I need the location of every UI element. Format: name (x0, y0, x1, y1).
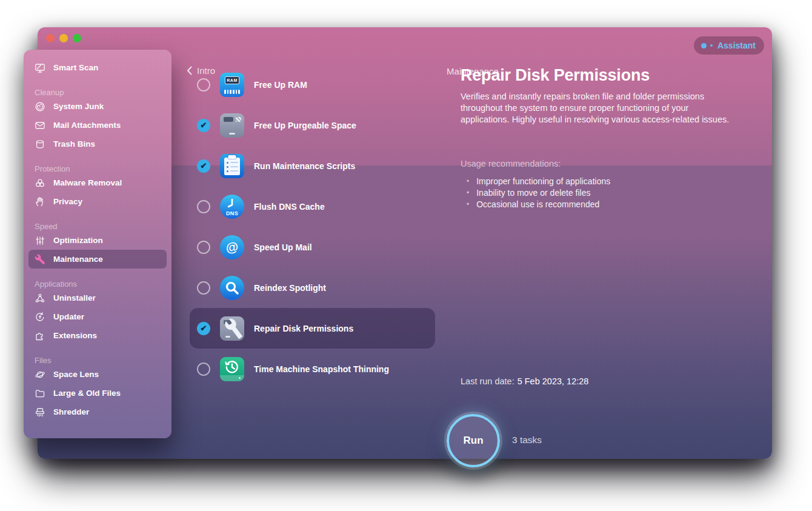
task-row-reindex-spotlight[interactable]: Reindex Spotlight (190, 267, 435, 308)
last-run-label: Last run date: (461, 376, 514, 386)
sidebar-item-label: Shredder (53, 407, 89, 416)
usage-recommendations-list: Improper functioning of applications Ina… (461, 176, 610, 210)
sidebar-item-label: Trash Bins (53, 139, 95, 149)
sidebar-item-label: Privacy (53, 197, 82, 206)
sidebar-section-applications: Applications (24, 275, 171, 289)
task-label: Repair Disk Permissions (254, 324, 353, 333)
assistant-button[interactable]: Assistant (694, 36, 764, 55)
monitor-icon (35, 62, 45, 73)
sidebar-item-label: Space Lens (53, 370, 99, 379)
detail-description: Verifies and instantly repairs broken fi… (461, 91, 734, 125)
tasks-count: 3 tasks (512, 435, 542, 446)
clipboard-icon (220, 154, 244, 178)
sidebar-item-optimization[interactable]: Optimization (28, 231, 167, 250)
task-list: RAM Free Up RAM Free Up Purgeable Space (190, 64, 435, 389)
hand-icon (35, 196, 45, 207)
sidebar-section-protection: Protection (24, 160, 171, 173)
close-window-button[interactable] (46, 34, 55, 42)
minimize-window-button[interactable] (59, 34, 68, 42)
ram-chip-icon: RAM (220, 73, 244, 97)
mail-speed-icon: @ (220, 235, 244, 259)
biohazard-icon (35, 178, 45, 189)
task-checkbox[interactable] (197, 159, 210, 173)
detail-title: Repair Disk Permissions (461, 66, 650, 85)
task-checkbox[interactable] (197, 241, 210, 254)
magnifier-icon (220, 276, 244, 300)
sidebar-item-label: Updater (53, 312, 84, 321)
refresh-icon (35, 312, 45, 322)
screen: Intro Maintenance Assistant RAM Free Up … (0, 0, 812, 511)
usage-recommendations-title: Usage recommendations: (461, 159, 561, 169)
task-row-run-maintenance-scripts[interactable]: Run Maintenance Scripts (190, 145, 435, 186)
window-controls (46, 34, 81, 42)
puzzle-icon (35, 330, 45, 341)
sidebar-item-label: Large & Old Files (53, 389, 121, 398)
task-label: Speed Up Mail (254, 242, 312, 252)
sidebar-item-system-junk[interactable]: System Junk (28, 97, 167, 116)
sidebar-item-large-old-files[interactable]: Large & Old Files (28, 384, 167, 402)
sidebar-item-updater[interactable]: Updater (28, 307, 167, 326)
task-row-free-up-purgeable-space[interactable]: Free Up Purgeable Space (190, 105, 435, 145)
task-label: Flush DNS Cache (254, 202, 325, 212)
task-label: Run Maintenance Scripts (254, 161, 355, 171)
sidebar-section-cleanup: Cleanup (24, 84, 171, 97)
wrench-icon (35, 254, 45, 265)
sidebar-item-shredder[interactable]: Shredder (28, 402, 167, 421)
sidebar-section-files: Files (24, 352, 171, 365)
last-run-value: 5 Feb 2023, 12:28 (517, 376, 589, 386)
sliders-icon (35, 235, 45, 246)
task-row-time-machine-snapshot-thinning[interactable]: Time Machine Snapshot Thinning (190, 349, 435, 389)
assistant-label: Assistant (717, 41, 756, 50)
zoom-window-button[interactable] (73, 34, 81, 42)
sidebar-item-label: Extensions (53, 331, 97, 340)
assistant-dot-icon (701, 43, 707, 48)
sidebar-item-label: Mail Attachments (53, 121, 121, 130)
usage-bullet: Occasional use is recommended (461, 199, 610, 210)
swirl-icon (35, 101, 45, 112)
sidebar-item-label: System Junk (53, 102, 104, 111)
envelope-icon (35, 120, 45, 131)
sidebar-item-label: Smart Scan (53, 63, 98, 72)
sidebar-section-speed: Speed (24, 218, 171, 231)
hard-drive-icon (220, 113, 244, 138)
planet-icon (35, 369, 45, 380)
run-button-label: Run (463, 435, 483, 447)
task-row-free-up-ram[interactable]: RAM Free Up RAM (190, 64, 435, 105)
molecule-icon (35, 293, 45, 304)
task-checkbox[interactable] (197, 78, 210, 92)
last-run-date: Last run date:5 Feb 2023, 12:28 (461, 376, 588, 386)
sidebar-item-smart-scan[interactable]: Smart Scan (28, 58, 167, 77)
shredder-icon (35, 407, 45, 418)
sidebar-item-privacy[interactable]: Privacy (28, 192, 167, 211)
task-row-flush-dns-cache[interactable]: DNS Flush DNS Cache (190, 186, 435, 227)
time-machine-icon (220, 357, 244, 381)
sidebar-item-space-lens[interactable]: Space Lens (28, 365, 167, 384)
dns-clock-icon: DNS (220, 195, 244, 219)
task-label: Reindex Spotlight (254, 283, 326, 293)
task-checkbox[interactable] (197, 200, 210, 213)
task-row-repair-disk-permissions[interactable]: Repair Disk Permissions (190, 308, 435, 349)
sidebar-item-label: Uninstaller (53, 293, 96, 302)
sidebar-item-maintenance[interactable]: Maintenance (28, 250, 167, 269)
sidebar-item-mail-attachments[interactable]: Mail Attachments (28, 116, 167, 135)
sidebar-item-uninstaller[interactable]: Uninstaller (28, 289, 167, 307)
disk-wrench-icon (220, 316, 244, 341)
task-label: Time Machine Snapshot Thinning (254, 364, 389, 374)
sidebar-item-extensions[interactable]: Extensions (28, 326, 167, 345)
assistant-small-dot-icon (710, 44, 713, 47)
task-checkbox[interactable] (197, 362, 210, 376)
usage-bullet: Inability to move or delete files (461, 187, 610, 199)
folder-icon (35, 388, 45, 399)
sidebar-item-trash-bins[interactable]: Trash Bins (28, 135, 167, 153)
sidebar-item-label: Malware Removal (53, 178, 122, 187)
task-checkbox[interactable] (197, 119, 210, 132)
run-button[interactable]: Run (447, 414, 500, 467)
task-row-speed-up-mail[interactable]: @ Speed Up Mail (190, 227, 435, 267)
task-label: Free Up RAM (254, 80, 307, 90)
task-checkbox[interactable] (197, 322, 210, 335)
trash-icon (35, 139, 45, 150)
usage-bullet: Improper functioning of applications (461, 176, 610, 187)
task-checkbox[interactable] (197, 281, 210, 295)
sidebar-item-malware-removal[interactable]: Malware Removal (28, 173, 167, 192)
sidebar-item-label: Maintenance (53, 255, 103, 264)
